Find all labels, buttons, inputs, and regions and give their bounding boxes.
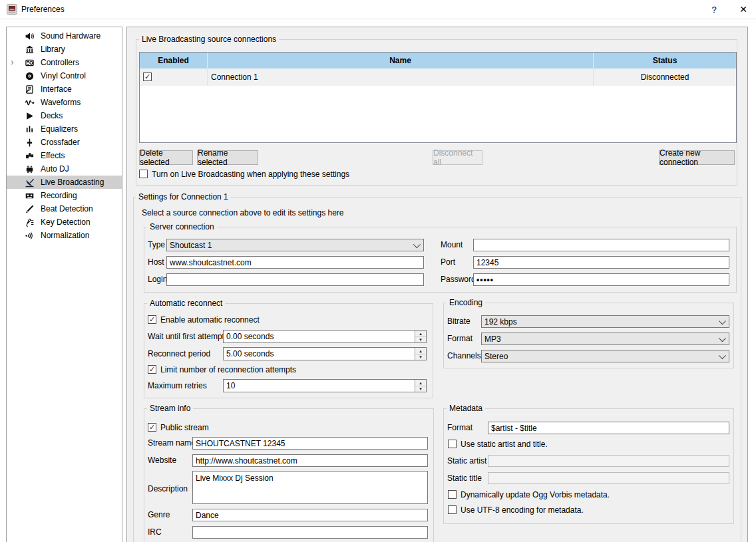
sidebar-item-crossfader[interactable]: Crossfader [7, 136, 122, 149]
enable-reconnect-checkbox[interactable]: ✓ [148, 315, 156, 324]
sidebar-item-recording[interactable]: Recording [7, 189, 122, 202]
type-label: Type [148, 239, 165, 251]
spinner-up-icon[interactable]: ▴ [415, 348, 426, 354]
chevron-down-icon [719, 334, 726, 341]
reconnect-period-label: Reconnect period [148, 348, 210, 360]
normalization-icon [25, 231, 35, 241]
sidebar-item-equalizers[interactable]: Equalizers [7, 122, 122, 136]
reconnect-period-spinner[interactable]: 5.00 seconds ▴▾ [223, 347, 427, 360]
create-new-connection-button[interactable]: Create new connection [659, 150, 735, 165]
limit-attempts-checkbox[interactable]: ✓ [148, 365, 156, 374]
static-artist-title-checkbox[interactable] [448, 440, 457, 448]
host-label: Host [148, 256, 164, 269]
genre-label: Genre [148, 509, 170, 521]
spinner-down-icon[interactable]: ▾ [415, 354, 426, 360]
sidebar-item-key-detection[interactable]: Key Detection [7, 215, 122, 229]
sidebar-item-label: Recording [41, 191, 77, 200]
library-icon [25, 45, 35, 55]
name-cell: Connection 1 [208, 68, 594, 86]
spinner-buttons: ▴▾ [415, 348, 426, 360]
wait-first-attempt-label: Wait until first attempt [148, 331, 224, 343]
server-connection-group-title: Server connection [147, 222, 217, 231]
channels-select[interactable]: Stereo [481, 350, 729, 362]
maximum-retries-value: 10 [226, 381, 235, 390]
host-input[interactable]: www.shoutcastnet.com [166, 256, 424, 269]
crossfader-icon [25, 138, 35, 148]
sidebar-item-sound-hardware[interactable]: Sound Hardware [7, 29, 122, 43]
chevron-down-icon [719, 351, 726, 358]
static-artist-input[interactable] [488, 455, 729, 467]
stream-name-input[interactable]: SHOUTCASTNET 12345 [192, 437, 428, 450]
connection-enabled-checkbox[interactable]: ✓ [143, 72, 152, 81]
expander-icon[interactable]: › [11, 56, 20, 69]
delete-selected-button[interactable]: Delete selected [139, 150, 193, 165]
static-title-input[interactable] [488, 472, 729, 484]
port-label: Port [441, 256, 455, 269]
metadata-format-label: Format [447, 422, 472, 434]
sidebar-item-auto-dj[interactable]: Auto DJ [7, 162, 122, 176]
turn-on-broadcasting-label: Turn on Live Broadcasting when applying … [152, 168, 349, 181]
format-value: MP3 [484, 335, 501, 344]
live-broadcasting-icon [25, 178, 35, 188]
sidebar-item-waveforms[interactable]: Waveforms [7, 96, 122, 109]
column-header-enabled[interactable]: Enabled [140, 53, 208, 68]
sidebar-item-normalization[interactable]: Normalization [7, 229, 122, 242]
sidebar-item-beat-detection[interactable]: Beat Detection [7, 202, 122, 215]
table-row[interactable]: ✓ Connection 1 Disconnected [140, 68, 736, 86]
preferences-sidebar: Sound Hardware Library › Controllers Vin… [6, 27, 122, 542]
sidebar-item-live-broadcasting[interactable]: Live Broadcasting [7, 176, 122, 189]
sidebar-item-vinyl-control[interactable]: Vinyl Control [7, 69, 122, 82]
sidebar-item-controllers[interactable]: › Controllers [7, 56, 122, 69]
channels-value: Stereo [484, 352, 508, 361]
stream-info-group-title: Stream info [147, 404, 193, 413]
connections-table-header: Enabled Name Status [140, 53, 736, 68]
type-value: Shoutcast 1 [170, 241, 212, 250]
wait-first-attempt-spinner[interactable]: 0.00 seconds ▴▾ [223, 330, 427, 343]
spinner-up-icon[interactable]: ▴ [415, 331, 426, 337]
equalizers-icon [25, 124, 35, 134]
help-button[interactable]: ? [704, 1, 724, 17]
spinner-up-icon[interactable]: ▴ [415, 380, 426, 386]
public-stream-checkbox[interactable]: ✓ [148, 423, 156, 432]
metadata-format-input[interactable]: $artist - $title [488, 422, 729, 434]
rename-selected-button[interactable]: Rename selected [197, 150, 258, 165]
sidebar-item-library[interactable]: Library [7, 43, 122, 56]
sidebar-item-label: Equalizers [41, 124, 78, 134]
maximum-retries-spinner[interactable]: 10 ▴▾ [223, 379, 427, 392]
enable-reconnect-label: Enable automatic reconnect [160, 314, 260, 327]
speaker-icon [25, 31, 35, 41]
utf8-metadata-checkbox[interactable] [448, 505, 457, 514]
password-input[interactable]: ••••• [473, 273, 729, 286]
irc-input[interactable] [192, 526, 428, 539]
sidebar-item-interface[interactable]: Interface [7, 82, 122, 96]
irc-label: IRC [148, 526, 162, 539]
description-textarea[interactable]: Live Mixxx Dj Session [192, 471, 428, 504]
decks-icon [25, 111, 35, 121]
sidebar-item-decks[interactable]: Decks [7, 109, 122, 122]
column-header-status[interactable]: Status [594, 53, 736, 68]
metadata-group-title: Metadata [447, 404, 485, 413]
website-label: Website [148, 454, 176, 467]
channels-label: Channels [447, 350, 481, 362]
type-select[interactable]: Shoutcast 1 [166, 239, 424, 251]
utf8-metadata-label: Use UTF-8 encoding for metadata. [461, 504, 584, 517]
column-header-name[interactable]: Name [208, 53, 594, 68]
turn-on-broadcasting-checkbox[interactable] [139, 170, 148, 178]
ogg-metadata-checkbox[interactable] [448, 490, 457, 499]
close-button[interactable]: × [733, 1, 753, 17]
spinner-down-icon[interactable]: ▾ [415, 337, 426, 343]
port-input[interactable]: 12345 [473, 256, 729, 269]
sidebar-item-label: Crossfader [41, 138, 80, 147]
format-select[interactable]: MP3 [481, 333, 729, 345]
website-input[interactable]: http://www.shoutcastnet.com [192, 454, 428, 467]
auto-dj-icon [25, 164, 35, 174]
login-input[interactable] [166, 273, 424, 286]
sidebar-item-effects[interactable]: Effects [7, 149, 122, 162]
mount-input[interactable] [473, 239, 729, 251]
bitrate-select[interactable]: 192 kbps [481, 315, 729, 328]
ogg-metadata-label: Dynamically update Ogg Vorbis metadata. [461, 489, 610, 501]
spinner-down-icon[interactable]: ▾ [415, 386, 426, 392]
controllers-icon [25, 58, 35, 68]
genre-input[interactable]: Dance [192, 509, 428, 521]
disconnect-all-button[interactable]: Disconnect all [433, 150, 482, 165]
